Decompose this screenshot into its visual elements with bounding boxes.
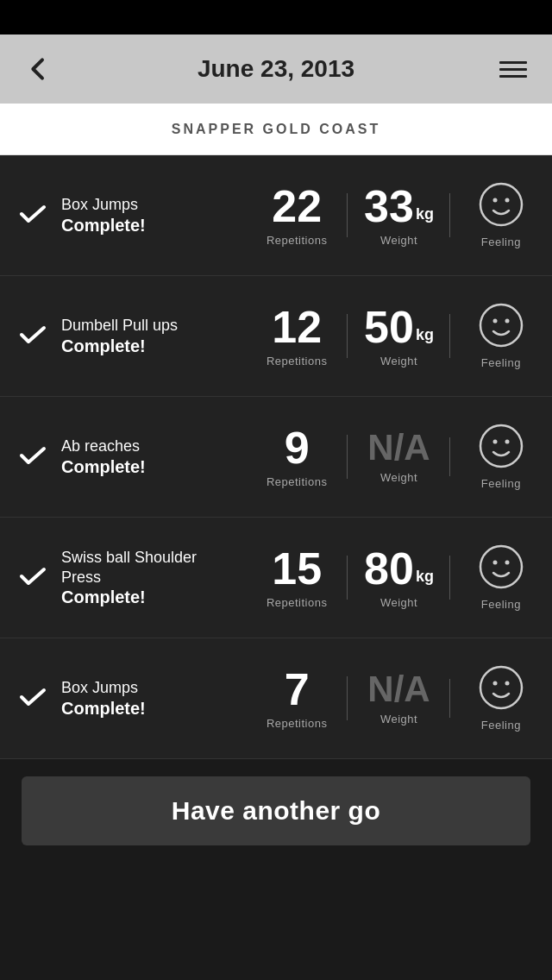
reps-value: 12 [272,305,322,349]
menu-icon-line2 [499,68,527,71]
weight-value: 33kg [364,184,434,229]
weight-block: N/AWeight [348,430,449,484]
weight-block: 50kgWeight [348,305,449,368]
reps-value: 9 [285,425,310,470]
status-bar [0,0,552,35]
exercise-info: Ab reachesComplete! [61,437,146,476]
menu-button[interactable] [492,47,535,91]
svg-point-3 [480,305,522,346]
svg-point-14 [505,682,509,686]
smiley-icon [479,544,524,593]
weight-unit: kg [416,327,434,342]
feeling-label: Feeling [481,356,521,369]
reps-label: Repetitions [267,234,328,247]
reps-block: 7Repetitions [246,667,348,730]
svg-point-0 [480,184,522,225]
reps-value: 15 [272,546,322,591]
weight-label: Weight [380,355,417,368]
exercise-left-4: Box JumpsComplete! [0,638,246,758]
reps-label: Repetitions [267,475,328,488]
weight-value: N/A [367,430,430,466]
exercise-info: Dumbell Pull upsComplete! [61,316,178,355]
exercise-row: Ab reachesComplete!9RepetitionsN/AWeight… [0,397,552,518]
subtitle-text: SNAPPER GOLD COAST [172,122,380,137]
reps-value: 7 [285,667,310,712]
exercise-row: Box JumpsComplete!22Repetitions33kgWeigh… [0,155,552,276]
smiley-icon [479,424,524,472]
svg-point-8 [505,440,509,444]
weight-value: N/A [367,671,430,707]
smiley-icon [479,303,524,351]
exercise-right-3: 15Repetitions80kgWeight Feeling [246,518,552,638]
reps-value: 22 [272,184,322,229]
weight-unit: kg [416,206,434,222]
exercise-left-3: Swiss ball Shoulder PressComplete! [0,518,246,638]
svg-point-7 [492,440,497,444]
exercise-right-2: 9RepetitionsN/AWeight Feeling [246,397,552,517]
exercise-row: Swiss ball Shoulder PressComplete!15Repe… [0,518,552,638]
exercise-right-4: 7RepetitionsN/AWeight Feeling [246,638,552,758]
reps-label: Repetitions [267,717,328,730]
check-icon [17,198,48,233]
weight-label: Weight [380,234,417,247]
exercise-status: Complete! [61,216,146,236]
exercise-row: Box JumpsComplete!7RepetitionsN/AWeight … [0,638,552,759]
feeling-block: Feeling [450,665,552,732]
smiley-icon [479,182,524,230]
check-icon [17,319,48,354]
feeling-label: Feeling [481,719,521,732]
exercise-status: Complete! [61,587,233,607]
exercise-left-1: Dumbell Pull upsComplete! [0,276,246,396]
feeling-block: Feeling [450,544,552,611]
svg-point-9 [480,546,522,587]
weight-block: 33kgWeight [348,184,449,247]
reps-label: Repetitions [267,596,328,609]
reps-label: Repetitions [267,355,328,368]
svg-point-6 [480,425,522,467]
exercise-right-1: 12Repetitions50kgWeight Feeling [246,276,552,396]
exercise-status: Complete! [61,457,146,477]
feeling-label: Feeling [481,598,521,611]
header-title: June 23, 2013 [198,55,354,83]
reps-block: 12Repetitions [246,305,348,368]
reps-block: 22Repetitions [246,184,348,247]
weight-unit: kg [416,569,434,584]
exercise-row: Dumbell Pull upsComplete!12Repetitions50… [0,276,552,397]
weight-value: 80kg [364,546,434,591]
smiley-icon [479,665,524,713]
exercise-name: Box Jumps [61,678,146,698]
exercise-info: Box JumpsComplete! [61,678,146,718]
weight-label: Weight [380,713,417,726]
reps-block: 15Repetitions [246,546,348,609]
exercise-status: Complete! [61,699,146,719]
svg-point-11 [505,561,509,565]
exercise-info: Box JumpsComplete! [61,195,146,235]
feeling-block: Feeling [450,424,552,490]
feeling-label: Feeling [481,236,521,248]
svg-point-4 [492,319,497,324]
exercise-name: Ab reaches [61,437,146,456]
svg-point-5 [505,319,509,324]
exercise-status: Complete! [61,336,178,356]
svg-point-1 [492,198,497,203]
exercise-name: Dumbell Pull ups [61,316,178,336]
svg-point-12 [480,667,522,708]
exercise-right-0: 22Repetitions33kgWeight Feeling [246,155,552,275]
svg-point-13 [492,682,497,686]
weight-value: 50kg [364,305,434,349]
weight-label: Weight [380,596,417,609]
weight-block: 80kgWeight [348,546,449,609]
cta-button[interactable]: Have another go [22,776,530,845]
feeling-block: Feeling [450,303,552,369]
exercise-name: Swiss ball Shoulder Press [61,548,233,588]
check-icon [17,561,48,595]
back-button[interactable] [17,47,60,91]
exercise-name: Box Jumps [61,195,146,215]
check-icon [17,440,48,474]
check-icon [17,682,48,716]
cta-button-label: Have another go [172,796,381,826]
svg-point-2 [505,198,509,203]
feeling-label: Feeling [481,477,521,490]
weight-label: Weight [380,471,417,484]
menu-icon-line3 [499,75,527,78]
